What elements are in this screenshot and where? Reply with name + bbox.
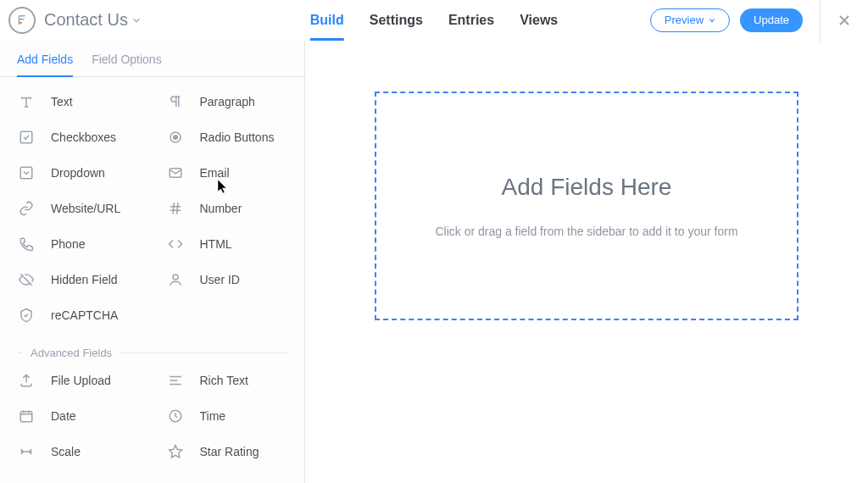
svg-rect-3 (20, 167, 32, 179)
field-btn-dropdown[interactable]: Dropdown (3, 155, 153, 191)
sidebar-tab-field-options[interactable]: Field Options (92, 53, 161, 76)
hash-icon (166, 199, 185, 218)
form-title-dropdown[interactable]: Contact Us (44, 10, 141, 30)
field-btn-hidden[interactable]: Hidden Field (3, 262, 153, 297)
phone-icon (17, 235, 36, 253)
field-btn-recaptcha[interactable]: reCAPTCHA (3, 297, 153, 333)
field-btn-time[interactable]: Time (153, 398, 302, 434)
field-btn-phone[interactable]: Phone (3, 226, 153, 262)
divider (820, 0, 821, 44)
field-btn-file-upload[interactable]: File Upload (3, 363, 153, 398)
field-btn-number[interactable]: Number (153, 191, 302, 226)
field-btn-star-rating[interactable]: Star Rating (153, 434, 302, 469)
link-icon (17, 199, 36, 218)
sidebar-tab-add-fields[interactable]: Add Fields (17, 53, 73, 76)
eye-off-icon (17, 270, 36, 289)
scale-icon (17, 442, 36, 461)
field-btn-paragraph[interactable]: Paragraph (153, 84, 302, 119)
field-btn-text[interactable]: Text (3, 84, 153, 119)
sidebar: Add Fields Field Options Text Paragraph … (0, 41, 305, 483)
email-icon (166, 164, 185, 182)
update-button[interactable]: Update (740, 8, 803, 32)
dropzone-title: Add Fields Here (502, 174, 672, 201)
main-nav: Build Settings Entries Views (310, 0, 558, 41)
form-title-text: Contact Us (44, 10, 128, 30)
top-right-actions: Preview Update (650, 0, 854, 44)
tab-build[interactable]: Build (310, 0, 344, 41)
close-icon (837, 14, 851, 27)
preview-button[interactable]: Preview (650, 8, 730, 32)
svg-point-5 (173, 275, 178, 280)
svg-rect-0 (20, 131, 32, 143)
field-btn-userid[interactable]: User ID (153, 262, 302, 297)
field-btn-radio[interactable]: Radio Buttons (153, 119, 302, 155)
field-btn-url[interactable]: Website/URL (3, 191, 153, 226)
star-icon (166, 442, 185, 461)
form-dropzone[interactable]: Add Fields Here Click or drag a field fr… (375, 92, 798, 320)
chevron-down-icon (132, 16, 141, 25)
section-advanced-fields: Advanced Fields (3, 333, 301, 363)
calendar-icon (17, 407, 36, 425)
clock-icon (166, 407, 185, 425)
checkbox-icon (17, 128, 36, 147)
shield-icon (17, 306, 36, 325)
field-btn-rich-text[interactable]: Rich Text (153, 363, 302, 398)
tab-entries[interactable]: Entries (448, 0, 494, 41)
body: Add Fields Field Options Text Paragraph … (0, 41, 868, 483)
close-button[interactable] (834, 14, 854, 27)
svg-rect-6 (20, 412, 32, 422)
form-canvas: Add Fields Here Click or drag a field fr… (305, 41, 868, 483)
user-icon (166, 270, 185, 289)
field-btn-email[interactable]: Email (153, 155, 302, 191)
dropzone-subtitle: Click or drag a field from the sidebar t… (435, 225, 737, 238)
app-logo (8, 7, 36, 34)
dropdown-icon (17, 164, 36, 182)
tab-settings[interactable]: Settings (370, 0, 423, 41)
text-icon (17, 92, 36, 111)
radio-icon (166, 128, 185, 147)
chevron-down-icon (709, 17, 715, 24)
align-left-icon (166, 371, 185, 390)
field-palette: Text Paragraph Checkboxes Radio Buttons … (0, 77, 304, 469)
field-btn-date[interactable]: Date (3, 398, 153, 434)
sidebar-tabs: Add Fields Field Options (0, 41, 304, 77)
field-btn-scale[interactable]: Scale (3, 434, 153, 469)
field-btn-checkboxes[interactable]: Checkboxes (3, 119, 153, 155)
paragraph-icon (166, 92, 185, 111)
tab-views[interactable]: Views (520, 0, 558, 41)
top-bar: Contact Us Build Settings Entries Views … (0, 0, 868, 41)
field-btn-html[interactable]: HTML (153, 226, 302, 262)
code-icon (166, 235, 185, 253)
svg-point-2 (173, 136, 177, 140)
upload-icon (17, 371, 36, 390)
